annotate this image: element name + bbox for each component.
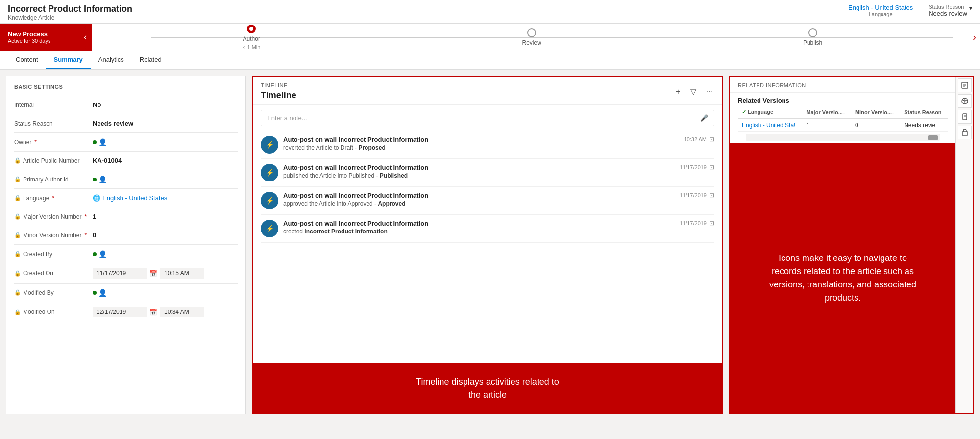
timeline-avatar: ⚡	[261, 136, 278, 154]
lock-icon-modified-on: 🔒	[14, 309, 21, 315]
modified-by-person-svg: 👤	[98, 289, 107, 297]
top-header: Incorrect Product Information Knowledge …	[0, 0, 980, 24]
col-minor-version[interactable]: Minor Versio...↓	[851, 106, 900, 119]
timeline-item-desc: reverted the Article to Draft - Proposed	[283, 144, 679, 151]
basic-settings-panel: BASIC SETTINGS Internal No Status Reason…	[6, 76, 246, 414]
field-label-primary-author: 🔒 Primary Author Id	[14, 176, 93, 183]
tab-related[interactable]: Related	[132, 51, 170, 69]
lock-icon-article-number: 🔒	[14, 157, 21, 164]
field-value-article-number: KA-01004	[93, 157, 238, 164]
modified-on-time-input[interactable]	[160, 307, 204, 317]
lock-icon-primary-author: 🔒	[14, 176, 21, 182]
timeline-item-meta: 11/17/2019 ⊡	[680, 164, 714, 171]
field-minor-version: 🔒 Minor Version Number* 0	[14, 226, 238, 245]
timeline-item-desc: published the Article into Published - P…	[283, 172, 675, 179]
timeline-item-desc: created Incorrect Product Information	[283, 228, 675, 235]
process-step-author: Author < 1 Min	[243, 25, 260, 50]
field-owner: Owner* 👤	[14, 133, 238, 152]
field-major-version: 🔒 Major Version Number* 1	[14, 207, 238, 226]
tab-content[interactable]: Content	[8, 51, 46, 69]
related-callout: Icons make it easy to navigate torecords…	[730, 143, 956, 413]
timeline-item-action-icon: ⊡	[710, 136, 714, 143]
tab-summary[interactable]: Summary	[46, 51, 91, 69]
timeline-items-list: ⚡ Auto-post on wall Incorrect Product In…	[253, 131, 722, 363]
timeline-item-time: 11/17/2019	[680, 192, 707, 198]
related-info-section-title: RELATED INFORMATION	[738, 82, 948, 88]
status-chevron-icon[interactable]: ▾	[969, 5, 972, 12]
col-major-version[interactable]: Major Versio...↓	[802, 106, 851, 119]
timeline-section-label: TIMELINE	[261, 82, 296, 88]
new-process-badge: New Process Active for 30 days	[0, 24, 78, 51]
col-language[interactable]: ✓ Language	[738, 106, 802, 119]
tab-analytics[interactable]: Analytics	[91, 51, 132, 69]
field-value-created-by: 👤	[93, 250, 238, 258]
author-step-sublabel: < 1 Min	[243, 44, 260, 50]
process-step-review: Review	[522, 28, 541, 46]
timeline-item-content: Auto-post on wall Incorrect Product Info…	[283, 164, 675, 179]
timeline-note-area[interactable]: Enter a note... 🎤	[261, 110, 714, 126]
main-content: BASIC SETTINGS Internal No Status Reason…	[0, 70, 980, 420]
timeline-item-meta: 11/17/2019 ⊡	[680, 220, 714, 227]
timeline-item-title: Auto-post on wall Incorrect Product Info…	[283, 220, 675, 227]
lock-icon-major-version: 🔒	[14, 213, 21, 220]
related-information-panel: RELATED INFORMATION Related Versions ✓ L…	[729, 76, 974, 414]
cell-language: English - United Sta!	[738, 119, 802, 132]
process-step-publish: Publish	[803, 28, 822, 46]
timeline-item: ⚡ Auto-post on wall Incorrect Product In…	[261, 187, 714, 215]
check-icon: ✓	[742, 109, 746, 115]
col-status-reason[interactable]: Status Reason	[900, 106, 948, 119]
timeline-more-button[interactable]: ···	[704, 86, 714, 97]
sidebar-icon-versions[interactable]	[958, 78, 972, 92]
field-value-major-version: 1	[93, 213, 238, 220]
cell-major-version: 1	[802, 119, 851, 132]
timeline-item-time: 11/17/2019	[680, 164, 707, 170]
process-collapse-button[interactable]: ‹	[78, 24, 92, 51]
language-block: English - United States Language	[848, 4, 913, 17]
timeline-item-action-icon: ⊡	[710, 220, 714, 227]
sidebar-icon-attachments[interactable]	[958, 110, 972, 124]
author-step-label: Author	[243, 35, 260, 42]
timeline-header: TIMELINE Timeline + ▽ ···	[253, 77, 722, 105]
page-subtitle: Knowledge Article	[8, 14, 132, 21]
timeline-add-button[interactable]: +	[674, 86, 682, 97]
related-sidebar-icons	[956, 77, 973, 413]
lock-icon-minor-version: 🔒	[14, 232, 21, 238]
field-value-language: 🌐 English - United States	[93, 194, 238, 202]
timeline-item-meta: 10:32 AM ⊡	[684, 136, 714, 143]
note-placeholder: Enter a note...	[267, 114, 307, 122]
sidebar-icon-products[interactable]	[958, 126, 972, 139]
timeline-main-title: Timeline	[261, 90, 296, 101]
timeline-item-time: 11/17/2019	[680, 220, 707, 226]
created-by-person-icon: 👤	[93, 250, 107, 258]
created-on-date-input[interactable]	[93, 268, 147, 279]
timeline-item: ⚡ Auto-post on wall Incorrect Product In…	[261, 159, 714, 187]
field-label-modified-by: 🔒 Modified By	[14, 289, 93, 296]
timeline-panel: TIMELINE Timeline + ▽ ··· Enter a note..…	[252, 76, 723, 414]
field-status-reason: Status Reason Needs review	[14, 114, 238, 133]
modified-on-date-input[interactable]	[93, 307, 147, 317]
lock-icon-modified-by: 🔒	[14, 289, 21, 296]
related-info-inner: RELATED INFORMATION Related Versions ✓ L…	[730, 77, 973, 413]
field-value-owner: 👤	[93, 138, 238, 146]
timeline-filter-button[interactable]: ▽	[688, 86, 698, 97]
field-value-modified-by: 👤	[93, 289, 238, 297]
language-link[interactable]: English - United States	[848, 4, 913, 11]
field-label-internal: Internal	[14, 102, 93, 108]
created-on-time-input[interactable]	[160, 268, 204, 279]
timeline-item-meta: 11/17/2019 ⊡	[680, 192, 714, 199]
timeline-callout: Timeline displays activities related tot…	[253, 363, 722, 413]
timeline-item-content: Auto-post on wall Incorrect Product Info…	[283, 136, 679, 151]
created-by-person-svg: 👤	[98, 250, 107, 258]
timeline-item: ⚡ Auto-post on wall Incorrect Product In…	[261, 215, 714, 243]
owner-person-svg: 👤	[98, 138, 107, 146]
page-title: Incorrect Product Information	[8, 4, 132, 14]
timeline-item-content: Auto-post on wall Incorrect Product Info…	[283, 192, 675, 207]
field-value-primary-author: 👤	[93, 176, 238, 183]
language-link[interactable]: English - United Sta!	[742, 122, 795, 129]
timeline-avatar: ⚡	[261, 220, 278, 237]
sidebar-icon-translations[interactable]	[958, 94, 972, 108]
field-value-modified-on: 📅	[93, 307, 238, 317]
table-scrollbar[interactable]	[746, 134, 940, 141]
field-value-minor-version: 0	[93, 232, 238, 239]
microphone-icon: 🎤	[700, 114, 708, 122]
